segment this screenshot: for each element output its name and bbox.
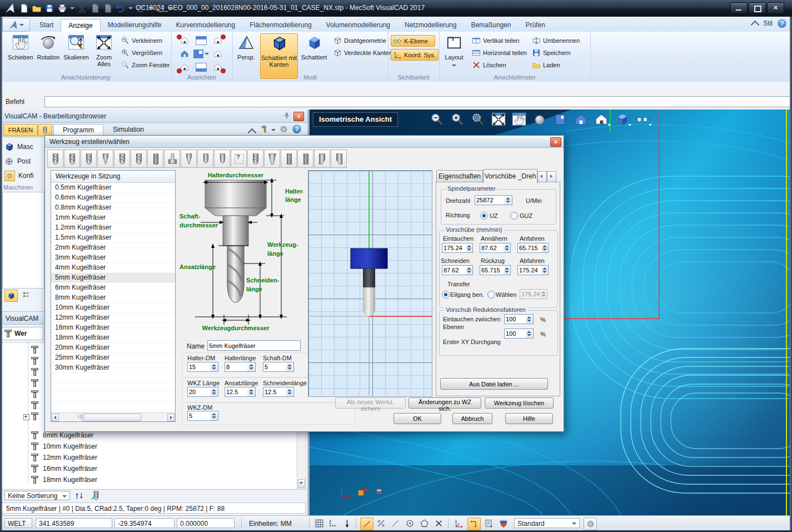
feed-retract-spinner[interactable] <box>504 265 511 275</box>
tooltype-tslot-icon[interactable] <box>164 150 180 168</box>
view-orientation-iso2[interactable] <box>177 61 192 73</box>
layout-button[interactable]: Layout <box>441 33 467 68</box>
collapse-ribbon-icon[interactable] <box>751 20 760 29</box>
tool-len-spinner[interactable] <box>210 387 218 397</box>
ortho-arrow-icon[interactable] <box>341 518 353 529</box>
spindle-speed-spinner[interactable] <box>504 195 512 205</box>
shank-dia-spinner[interactable] <box>286 362 294 372</box>
zoom-extents-button[interactable]: Zoom Alles <box>90 33 118 67</box>
open-file-icon[interactable] <box>32 3 42 13</box>
hscroll-thumb[interactable] <box>82 414 141 421</box>
status-gear-icon[interactable] <box>584 518 597 530</box>
snap-free-icon[interactable] <box>360 518 373 530</box>
tooltype-ball-mill2-icon[interactable] <box>64 150 80 168</box>
tooltype-reamer-icon[interactable] <box>281 150 297 168</box>
split-vertical-button[interactable]: Vertikal teilen <box>470 35 521 46</box>
save-as-new-tool-button[interactable]: Als neues Werkz. sichern <box>335 397 406 409</box>
tool-list-item[interactable]: 6mm Kugelfräser <box>51 283 175 293</box>
tab-scroll-right[interactable] <box>547 171 556 182</box>
feed-depart-spinner[interactable] <box>541 265 549 275</box>
tool-list-item[interactable]: 1.2mm Kugelfräser <box>51 223 175 233</box>
undo-dropdown-caret[interactable] <box>128 7 133 9</box>
command-input[interactable] <box>44 96 792 107</box>
zoom-window-button[interactable]: Zoom Fenster <box>119 59 171 70</box>
holder-len-spinner[interactable] <box>247 362 256 372</box>
delete-viewport-button[interactable]: Löschen <box>470 59 508 70</box>
polyline-mode-icon[interactable] <box>467 518 481 530</box>
snap-intersection-icon[interactable] <box>432 518 445 529</box>
feed-cut-spinner[interactable] <box>466 265 473 275</box>
tool-list-item[interactable]: 0.8mm Kugelfräser <box>51 203 175 213</box>
cancel-button[interactable]: Abbruch <box>452 413 492 424</box>
view-orientation-home[interactable] <box>210 48 226 60</box>
feed-retract-input[interactable] <box>480 265 504 275</box>
tab-programm[interactable]: Programm <box>53 124 103 136</box>
help-button[interactable]: Hilfe <box>505 413 553 424</box>
tooltype-end-mill-icon[interactable] <box>81 150 97 168</box>
tab-bemassungen[interactable]: Bemaßungen <box>464 19 518 32</box>
tool-list-item[interactable]: 30mm Kugelfräser <box>51 363 175 373</box>
view-orientation-front-house[interactable] <box>177 48 192 60</box>
undo-icon[interactable] <box>116 3 126 13</box>
tree-item[interactable]: 16mm Kugelfräser <box>31 464 97 473</box>
feed-plunge-spinner[interactable] <box>466 243 473 253</box>
vp-home-blue-icon[interactable] <box>572 112 589 127</box>
dialog-title-bar[interactable]: Werkzeug erstellen/wählen × <box>45 136 564 148</box>
tree-expand-icon[interactable] <box>23 414 29 420</box>
style-selector[interactable]: Standard <box>514 518 580 528</box>
tab-kurvenmodellierung[interactable]: Kurvenmodellierung <box>168 19 242 32</box>
zoom-out-button[interactable]: Verkleinern <box>119 35 164 46</box>
save-changes-button[interactable]: Änderungen zu WZ sich. <box>409 397 481 409</box>
tooltype-form-left-icon[interactable] <box>314 150 330 168</box>
tab-netzmodellierung[interactable]: Netzmodellierung <box>397 19 464 32</box>
tab-modellierungshilfe[interactable]: Modellierungshilfe <box>101 19 169 32</box>
snap-quadrant-icon[interactable] <box>418 518 430 529</box>
scroll-down-arrow[interactable] <box>298 479 305 488</box>
utilities-caret[interactable] <box>271 129 276 131</box>
tool-list-item[interactable]: 0.5mm Kugelfräser <box>51 183 175 193</box>
snap-points-icon[interactable] <box>327 518 339 529</box>
reduction-plunge-input[interactable] <box>504 314 526 324</box>
tree-item[interactable]: 8mm Kugelfräser <box>31 431 93 440</box>
shoulder-len-spinner[interactable] <box>247 387 256 397</box>
radio-cw[interactable] <box>480 212 488 220</box>
tool-list-item[interactable]: 4mm Kugelfräser <box>51 263 175 273</box>
selection-filter-icon[interactable] <box>497 518 510 529</box>
maximize-button[interactable] <box>749 2 766 14</box>
spindle-speed-input[interactable] <box>475 195 505 205</box>
feed-cut-input[interactable] <box>442 265 466 275</box>
tooltype-form-right-icon[interactable] <box>331 150 347 168</box>
stock-icon[interactable] <box>356 486 368 499</box>
tool-list-item[interactable]: 0.6mm Kugelfräser <box>51 193 175 203</box>
tool-list-item[interactable]: 18mm Kugelfräser <box>51 333 175 343</box>
vp-view-cube-icon[interactable] <box>614 112 630 127</box>
tab-scroll-left[interactable] <box>537 171 547 182</box>
pan-button[interactable]: Schieben <box>7 33 34 61</box>
tool-list-item[interactable]: 12mm Kugelfräser <box>51 313 175 323</box>
tool-name-input[interactable] <box>207 340 301 351</box>
tool-list-item[interactable]: 16mm Kugelfräser <box>51 323 175 333</box>
pin-icon[interactable] <box>283 112 291 120</box>
feed-plunge-input[interactable] <box>442 243 466 253</box>
feed-approach-spinner[interactable] <box>504 243 511 253</box>
rail-item-post[interactable]: Post <box>4 155 31 167</box>
flute-len-input[interactable] <box>263 387 286 397</box>
sort-az-icon[interactable] <box>74 491 84 503</box>
style-dropdown[interactable]: Stil <box>763 19 773 27</box>
reduction-firstxy-spinner[interactable] <box>526 329 534 339</box>
properties-icon[interactable] <box>482 518 495 529</box>
grid-toggle-icon[interactable] <box>313 518 325 529</box>
rename-viewport-button[interactable]: Umbenennen <box>530 35 581 46</box>
tab-volumenmodellierung[interactable]: Volumenmodellierung <box>319 19 397 32</box>
feed-engage-spinner[interactable] <box>541 243 549 253</box>
flute-len-spinner[interactable] <box>286 387 294 397</box>
dialog-close-button[interactable]: × <box>550 137 561 147</box>
wcs-triad-icon[interactable] <box>338 486 351 499</box>
load-viewport-button[interactable]: Laden <box>530 59 562 70</box>
vp-zoom-extents-icon[interactable] <box>490 112 507 127</box>
close-button[interactable]: × <box>767 2 784 14</box>
shaded-button[interactable]: Schattiert <box>299 33 329 61</box>
tool-len-input[interactable] <box>187 387 211 397</box>
tool-library-icon[interactable] <box>90 490 102 503</box>
vp-panel-icon[interactable] <box>552 112 569 127</box>
